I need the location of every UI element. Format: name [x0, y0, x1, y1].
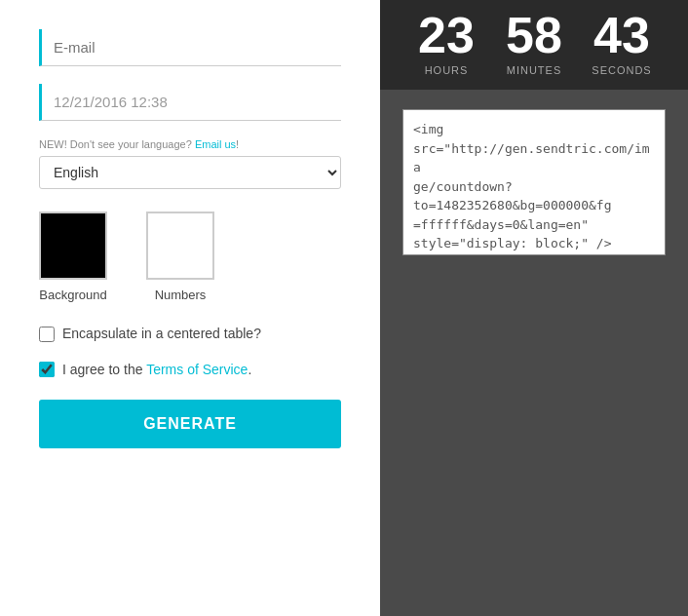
numbers-label: Numbers: [155, 288, 207, 302]
tos-link[interactable]: Terms of Service: [146, 362, 248, 377]
minutes-unit: 58 MINUTES: [490, 10, 578, 76]
tos-checkbox[interactable]: [39, 362, 55, 377]
countdown-display: 23 HOURS 58 MINUTES 43 SECONDS: [380, 0, 688, 90]
hours-unit: 23 HOURS: [402, 10, 490, 76]
tos-row: I agree to the Terms of Service.: [39, 362, 341, 377]
seconds-unit: 43 SECONDS: [578, 10, 666, 76]
right-panel: 23 HOURS 58 MINUTES 43 SECONDS <img src=…: [380, 0, 688, 616]
left-panel: NEW! Don't see your language? Email us! …: [0, 0, 380, 616]
language-note: NEW! Don't see your language? Email us!: [39, 138, 341, 150]
tos-label: I agree to the Terms of Service.: [62, 362, 251, 377]
encapsulate-checkbox[interactable]: [39, 327, 55, 342]
seconds-value: 43: [593, 10, 650, 60]
numbers-color-item: Numbers: [146, 212, 214, 302]
code-output[interactable]: <img src="http://gen.sendtric.com/ima ge…: [402, 109, 666, 255]
seconds-label: SECONDS: [592, 64, 651, 76]
background-label: Background: [39, 288, 106, 302]
language-section: NEW! Don't see your language? Email us! …: [39, 138, 341, 189]
language-select[interactable]: English Spanish French German Portuguese: [39, 156, 341, 189]
hours-label: HOURS: [425, 64, 469, 76]
encapsulate-row: Encapsulate in a centered table?: [39, 325, 341, 344]
minutes-label: MINUTES: [507, 64, 562, 76]
minutes-value: 58: [506, 10, 562, 60]
background-color-item: Background: [39, 212, 107, 302]
email-field[interactable]: [39, 29, 341, 66]
numbers-swatch[interactable]: [146, 212, 214, 280]
datetime-field[interactable]: [39, 84, 341, 121]
generate-button[interactable]: GENERATE: [39, 400, 341, 448]
encapsulate-label[interactable]: Encapsulate in a centered table?: [62, 325, 261, 344]
background-swatch[interactable]: [39, 212, 107, 280]
email-us-link[interactable]: Email us: [195, 138, 236, 150]
hours-value: 23: [418, 10, 475, 60]
color-pickers: Background Numbers: [39, 212, 341, 302]
